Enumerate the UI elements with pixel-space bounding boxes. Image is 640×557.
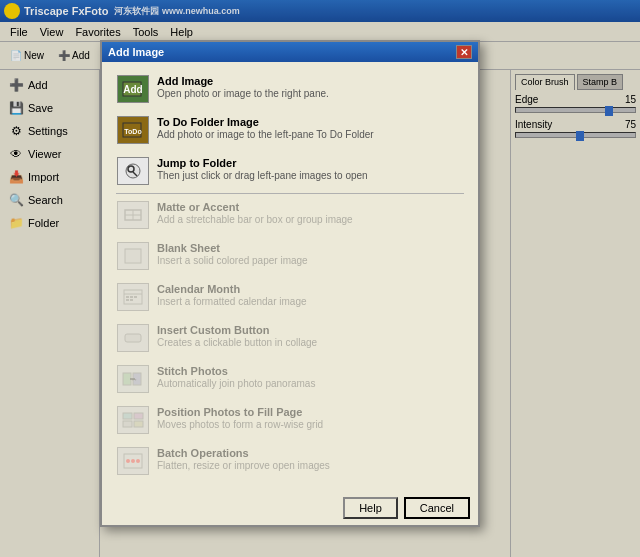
add-image-text: Add Image Open photo or image to the rig… [157,75,463,99]
modal-overlay: Add Image ✕ Add Add Image Open photo or … [0,0,640,557]
svg-point-28 [126,459,130,463]
dialog-close-button[interactable]: ✕ [456,45,472,59]
stitch-text: Stitch Photos Automatically join photo p… [157,365,463,389]
dialog-buttons: Help Cancel [102,491,478,525]
add-image-dialog: Add Image ✕ Add Add Image Open photo or … [100,40,480,527]
svg-text:↔: ↔ [131,376,138,383]
svg-rect-18 [125,334,141,342]
help-button[interactable]: Help [343,497,398,519]
dialog-item-custom-button: Insert Custom Button Creates a clickable… [110,319,470,357]
matte-icon [117,201,149,229]
svg-rect-19 [123,373,131,385]
svg-rect-17 [130,299,133,301]
cancel-button[interactable]: Cancel [404,497,470,519]
svg-rect-16 [126,299,129,301]
dialog-item-jump[interactable]: Jump to Folder Then just click or drag l… [110,152,470,190]
svg-rect-13 [126,296,129,298]
dialog-item-blank: Blank Sheet Insert a solid colored paper… [110,237,470,275]
position-icon [117,406,149,434]
calendar-text: Calendar Month Insert a formatted calend… [157,283,463,307]
blank-icon [117,242,149,270]
svg-rect-15 [134,296,137,298]
matte-text: Matte or Accent Add a stretchable bar or… [157,201,463,225]
svg-rect-14 [130,296,133,298]
batch-text: Batch Operations Flatten, resize or impr… [157,447,463,471]
todo-text: To Do Folder Image Add photo or image to… [157,116,463,140]
svg-text:Add: Add [123,84,142,95]
dialog-item-add-image[interactable]: Add Add Image Open photo or image to the… [110,70,470,108]
dialog-item-position: Position Photos to Fill Page Moves photo… [110,401,470,439]
custom-button-icon [117,324,149,352]
add-image-icon: Add [117,75,149,103]
svg-rect-10 [125,249,141,263]
svg-rect-23 [123,413,132,419]
svg-rect-26 [134,421,143,427]
custom-button-text: Insert Custom Button Creates a clickable… [157,324,463,348]
dialog-item-calendar: Calendar Month Insert a formatted calend… [110,278,470,316]
dialog-item-todo[interactable]: ToDo To Do Folder Image Add photo or ima… [110,111,470,149]
jump-text: Jump to Folder Then just click or drag l… [157,157,463,181]
position-text: Position Photos to Fill Page Moves photo… [157,406,463,430]
app-window: Triscape FxFoto 河东软件园 www.newhua.com Fil… [0,0,640,557]
dialog-titlebar: Add Image ✕ [102,42,478,62]
svg-rect-24 [134,413,143,419]
svg-point-29 [131,459,135,463]
jump-icon [117,157,149,185]
dialog-item-matte: Matte or Accent Add a stretchable bar or… [110,196,470,234]
batch-icon [117,447,149,475]
svg-point-30 [136,459,140,463]
dialog-separator-1 [116,193,464,194]
dialog-item-stitch: ↔ Stitch Photos Automatically join photo… [110,360,470,398]
dialog-content: Add Add Image Open photo or image to the… [102,62,478,491]
todo-icon: ToDo [117,116,149,144]
dialog-item-batch: Batch Operations Flatten, resize or impr… [110,442,470,480]
svg-rect-25 [123,421,132,427]
stitch-icon: ↔ [117,365,149,393]
blank-text: Blank Sheet Insert a solid colored paper… [157,242,463,266]
dialog-title: Add Image [108,46,164,58]
svg-text:ToDo: ToDo [124,128,141,135]
calendar-icon [117,283,149,311]
